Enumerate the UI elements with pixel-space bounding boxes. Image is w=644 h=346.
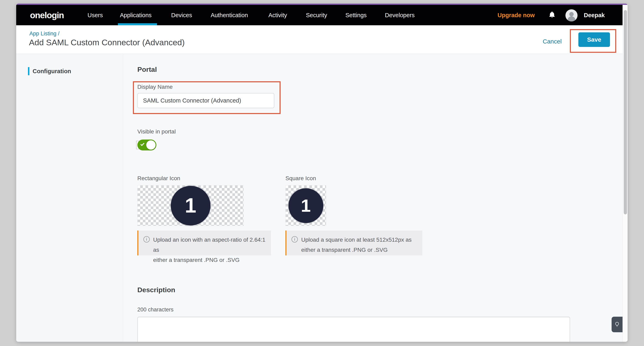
- display-name-label: Display Name: [137, 84, 172, 90]
- person-icon: [566, 9, 578, 21]
- user-name[interactable]: Deepak: [584, 12, 605, 18]
- display-name-input[interactable]: [137, 93, 274, 108]
- note-text: Upload a square icon at least 512x512px …: [301, 235, 412, 255]
- rectangular-icon-label: Rectangular Icon: [137, 175, 180, 181]
- square-icon-note: i Upload a square icon at least 512x512p…: [286, 230, 422, 255]
- note-line-1: Upload a square icon at least 512x512px …: [301, 237, 412, 243]
- rectangular-icon-preview[interactable]: 1: [137, 185, 244, 226]
- breadcrumb[interactable]: App Listing /: [29, 30, 60, 37]
- page-header: App Listing / Add SAML Custom Connector …: [16, 25, 622, 54]
- portal-section-heading: Portal: [137, 65, 157, 73]
- app-logo-icon: 1: [171, 186, 210, 225]
- square-icon-preview[interactable]: 1: [286, 185, 326, 226]
- cancel-button[interactable]: Cancel: [543, 38, 562, 45]
- main-content: Portal Display Name Visible in portal Re…: [123, 54, 622, 342]
- rectangular-icon-note: i Upload an icon with an aspect-ratio of…: [137, 230, 271, 255]
- visible-in-portal-toggle[interactable]: [137, 140, 156, 151]
- nav-item-users[interactable]: Users: [88, 12, 103, 18]
- note-line-1: Upload an icon with an aspect-ratio of 2…: [153, 237, 266, 253]
- screen-background: onelogin Users Applications Devices Auth…: [0, 0, 644, 346]
- page-title: Add SAML Custom Connector (Advanced): [29, 38, 185, 47]
- description-section-heading: Description: [137, 286, 175, 294]
- onelogin-logo[interactable]: onelogin: [30, 10, 64, 20]
- note-text: Upload an icon with an aspect-ratio of 2…: [153, 235, 271, 255]
- active-item-accent: [28, 67, 29, 75]
- page: onelogin Users Applications Devices Auth…: [16, 5, 622, 342]
- square-icon-label: Square Icon: [286, 175, 316, 181]
- app-logo-icon: 1: [288, 188, 323, 223]
- character-counter: 200 characters: [137, 307, 174, 313]
- nav-item-devices[interactable]: Devices: [171, 12, 192, 18]
- nav-item-activity[interactable]: Activity: [268, 12, 287, 18]
- description-textarea[interactable]: [137, 317, 570, 342]
- nav-item-developers[interactable]: Developers: [385, 12, 415, 18]
- help-tips-button[interactable]: [612, 317, 622, 332]
- save-button[interactable]: Save: [578, 32, 610, 47]
- note-line-2: either a transparent .PNG or .SVG: [301, 247, 388, 253]
- nav-item-applications[interactable]: Applications: [120, 12, 152, 18]
- check-icon: [140, 142, 144, 146]
- info-icon: i: [292, 236, 298, 242]
- notification-bell-icon[interactable]: [548, 10, 556, 20]
- browser-window: onelogin Users Applications Devices Auth…: [16, 4, 628, 342]
- upgrade-now-link[interactable]: Upgrade now: [498, 12, 535, 18]
- note-line-2: either a transparent .PNG or .SVG: [153, 257, 240, 263]
- nav-item-authentication[interactable]: Authentication: [211, 12, 248, 18]
- nav-item-security[interactable]: Security: [306, 12, 327, 18]
- content-body: Configuration Portal Display Name Visibl…: [16, 54, 622, 342]
- nav-item-settings[interactable]: Settings: [346, 12, 367, 18]
- sidebar-item-label: Configuration: [32, 68, 71, 75]
- user-avatar[interactable]: [566, 9, 578, 21]
- scrollbar-thumb[interactable]: [624, 10, 627, 214]
- active-tab-underline: [118, 23, 157, 25]
- top-nav: onelogin Users Applications Devices Auth…: [16, 5, 622, 25]
- info-icon: i: [144, 236, 150, 242]
- scrollbar-track[interactable]: [622, 5, 628, 342]
- sidebar-item-configuration[interactable]: Configuration: [28, 67, 71, 75]
- toggle-knob[interactable]: [146, 140, 156, 150]
- visible-in-portal-label: Visible in portal: [137, 128, 176, 135]
- sidebar: Configuration: [16, 54, 123, 342]
- lightbulb-icon: [614, 321, 620, 328]
